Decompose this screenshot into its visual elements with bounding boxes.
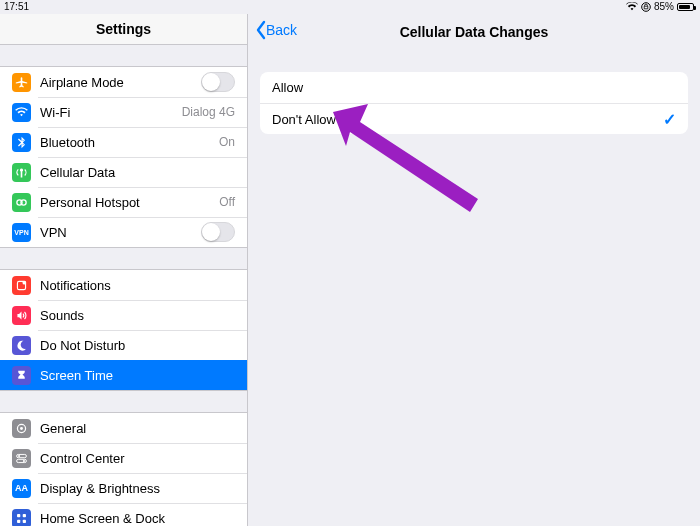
sidebar-title: Settings	[0, 14, 247, 45]
sidebar-item-label: Personal Hotspot	[40, 195, 219, 210]
sidebar-item-homescreen[interactable]: Home Screen & Dock	[0, 503, 247, 526]
wifi-icon	[12, 103, 31, 122]
option-allow[interactable]: Allow	[260, 72, 688, 103]
sidebar-item-sounds[interactable]: Sounds	[0, 300, 247, 330]
sidebar-item-dnd[interactable]: Do Not Disturb	[0, 330, 247, 360]
sidebar-item-airplane[interactable]: Airplane Mode	[0, 67, 247, 97]
grid-icon	[12, 509, 31, 527]
gear-icon	[12, 419, 31, 438]
aa-icon: AA	[12, 479, 31, 498]
bell-icon	[12, 276, 31, 295]
svg-point-6	[20, 427, 23, 430]
wifi-status-icon	[626, 2, 638, 11]
option-label: Don't Allow	[272, 112, 336, 127]
sidebar-item-label: Cellular Data	[40, 165, 235, 180]
status-bar: 17:51 85%	[0, 0, 700, 14]
svg-point-4	[22, 280, 26, 284]
vpn-icon: VPN	[12, 223, 31, 242]
sidebar-item-hotspot[interactable]: Personal Hotspot Off	[0, 187, 247, 217]
sidebar-item-general[interactable]: General	[0, 413, 247, 443]
svg-rect-13	[17, 519, 20, 522]
airplane-toggle[interactable]	[201, 72, 235, 92]
sidebar-item-label: Notifications	[40, 278, 235, 293]
hotspot-icon	[12, 193, 31, 212]
bluetooth-value: On	[219, 135, 235, 149]
sidebar-item-label: Do Not Disturb	[40, 338, 235, 353]
sidebar-item-controlcenter[interactable]: Control Center	[0, 443, 247, 473]
detail-header: Back Cellular Data Changes	[248, 14, 700, 50]
sidebar-item-label: Display & Brightness	[40, 481, 235, 496]
detail-pane: Back Cellular Data Changes Allow Don't A…	[248, 14, 700, 526]
hotspot-value: Off	[219, 195, 235, 209]
sidebar-item-label: Airplane Mode	[40, 75, 201, 90]
wifi-value: Dialog 4G	[182, 105, 235, 119]
vpn-toggle[interactable]	[201, 222, 235, 242]
hourglass-icon	[12, 366, 31, 385]
sidebar-item-label: VPN	[40, 225, 201, 240]
sidebar-item-cellular[interactable]: Cellular Data	[0, 157, 247, 187]
svg-rect-12	[23, 514, 26, 517]
back-button[interactable]: Back	[254, 20, 297, 40]
sidebar-group-general: General Control Center AA Display & Brig…	[0, 412, 247, 526]
sidebar-item-label: Home Screen & Dock	[40, 511, 235, 526]
sidebar-item-label: Bluetooth	[40, 135, 219, 150]
sidebar-item-display[interactable]: AA Display & Brightness	[0, 473, 247, 503]
sidebar-group-connectivity: Airplane Mode Wi-Fi Dialog 4G Bluetooth …	[0, 66, 247, 248]
svg-rect-14	[23, 519, 26, 522]
detail-title: Cellular Data Changes	[400, 24, 549, 40]
status-time: 17:51	[4, 1, 29, 12]
sidebar-item-notifications[interactable]: Notifications	[0, 270, 247, 300]
svg-point-10	[23, 459, 25, 461]
svg-point-8	[18, 455, 20, 457]
battery-percent: 85%	[654, 1, 674, 12]
settings-sidebar: Settings Airplane Mode Wi-Fi Dialog 4G	[0, 14, 248, 526]
back-label: Back	[266, 22, 297, 38]
switches-icon	[12, 449, 31, 468]
sidebar-item-label: General	[40, 421, 235, 436]
moon-icon	[12, 336, 31, 355]
sidebar-item-vpn[interactable]: VPN VPN	[0, 217, 247, 247]
antenna-icon	[12, 163, 31, 182]
sidebar-item-label: Sounds	[40, 308, 235, 323]
airplane-icon	[12, 73, 31, 92]
option-label: Allow	[272, 80, 303, 95]
sidebar-group-alerts: Notifications Sounds Do Not Disturb	[0, 269, 247, 391]
checkmark-icon: ✓	[663, 110, 676, 129]
svg-rect-11	[17, 514, 20, 517]
bluetooth-icon	[12, 133, 31, 152]
sidebar-item-label: Control Center	[40, 451, 235, 466]
speaker-icon	[12, 306, 31, 325]
orientation-lock-icon	[641, 2, 651, 12]
battery-icon	[677, 3, 694, 11]
option-dont-allow[interactable]: Don't Allow ✓	[260, 103, 688, 134]
sidebar-item-bluetooth[interactable]: Bluetooth On	[0, 127, 247, 157]
sidebar-item-label: Wi-Fi	[40, 105, 182, 120]
sidebar-item-screentime[interactable]: Screen Time	[0, 360, 247, 390]
sidebar-item-wifi[interactable]: Wi-Fi Dialog 4G	[0, 97, 247, 127]
sidebar-item-label: Screen Time	[40, 368, 235, 383]
options-list: Allow Don't Allow ✓	[260, 72, 688, 134]
